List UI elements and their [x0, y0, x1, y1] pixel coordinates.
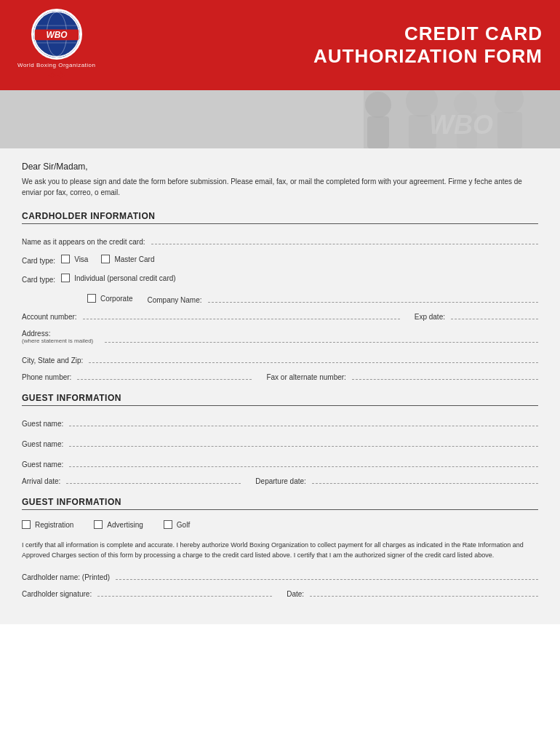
arrival-input[interactable]: [66, 483, 241, 484]
guest-section-title: GUEST INFORMATION: [22, 393, 538, 406]
guest2-input[interactable]: [69, 437, 538, 447]
guest3-label: Guest name:: [22, 461, 63, 469]
account-number-input[interactable]: [83, 319, 400, 319]
registration-checkbox[interactable]: [22, 520, 31, 529]
guest1-label: Guest name:: [22, 420, 63, 428]
guest-section: GUEST INFORMATION Guest name: Guest name…: [22, 393, 538, 485]
corporate-checkbox[interactable]: [87, 294, 96, 303]
certification-text: I certify that all information is comple…: [22, 541, 538, 560]
logo-area: WBO World Boxing Organization ✦✦: [17, 9, 96, 81]
logo-decoration: ✦✦: [48, 70, 65, 81]
cardholder-name-printed-row: Cardholder name: (Printed): [22, 573, 538, 581]
cardholder-name-printed-label: Cardholder name: (Printed): [22, 573, 110, 581]
account-number-label: Account number:: [22, 313, 77, 321]
arrival-departure-row: Arrival date: Departure date:: [22, 477, 538, 485]
charges-row: Registration Advertising Golf: [22, 520, 538, 529]
greeting-instruction: We ask you to please sign and date the f…: [22, 176, 538, 198]
cardholder-section: CARDHOLDER INFORMATION Name as it appear…: [22, 211, 538, 381]
date-input[interactable]: [310, 596, 538, 597]
address-label-block: Address: (where statement is mailed): [22, 330, 93, 344]
svg-text:WBO: WBO: [429, 110, 493, 140]
visa-checkbox[interactable]: [61, 255, 70, 263]
guest3-row: Guest name:: [22, 457, 538, 469]
card-type-individual-row: Card type: Individual (personal credit c…: [22, 274, 538, 284]
individual-checkbox-group: Individual (personal credit card): [61, 274, 176, 282]
individual-checkbox[interactable]: [61, 274, 70, 282]
city-state-zip-input[interactable]: [89, 353, 538, 363]
advertising-checkbox[interactable]: [94, 520, 103, 529]
address-input[interactable]: [105, 332, 538, 343]
exp-date-input[interactable]: [451, 319, 538, 319]
registration-checkbox-group: Registration: [22, 520, 73, 529]
name-row: Name as it appears on the credit card:: [22, 234, 538, 246]
guest1-row: Guest name:: [22, 416, 538, 428]
mastercard-checkbox-group: Master Card: [101, 255, 154, 263]
corporate-checkbox-group: Corporate: [87, 294, 132, 303]
card-type-label2: Card type:: [22, 276, 55, 284]
phone-label: Phone number:: [22, 373, 71, 381]
address-row: Address: (where statement is mailed): [22, 330, 538, 344]
visa-checkbox-group: Visa: [61, 255, 88, 263]
address-label: Address:: [22, 330, 93, 338]
cardholder-section-title: CARDHOLDER INFORMATION: [22, 211, 538, 224]
departure-input[interactable]: [312, 483, 538, 484]
card-type-label: Card type:: [22, 257, 55, 265]
svg-rect-9: [367, 116, 389, 148]
individual-label: Individual (personal credit card): [74, 274, 176, 282]
guest3-input[interactable]: [69, 457, 538, 467]
visa-label: Visa: [74, 255, 88, 263]
svg-text:WBO: WBO: [46, 30, 68, 40]
registration-label: Registration: [35, 521, 73, 529]
logo-subtitle-text: World Boxing Organization: [17, 62, 96, 68]
guest1-input[interactable]: [69, 416, 538, 426]
company-name-label: Company Name:: [147, 296, 201, 304]
svg-rect-17: [0, 90, 364, 148]
svg-point-8: [365, 92, 391, 118]
golf-label: Golf: [177, 521, 190, 529]
fax-label: Fax or alternate number:: [266, 373, 346, 381]
greeting-salutation: Dear Sir/Madam,: [22, 162, 538, 172]
charges-section: GUEST INFORMATION Registration Advertisi…: [22, 497, 538, 529]
arrival-label: Arrival date:: [22, 477, 60, 485]
fax-input[interactable]: [352, 379, 538, 380]
date-label: Date:: [287, 590, 304, 598]
departure-label: Departure date:: [255, 477, 306, 485]
background-image-area: WBO: [0, 90, 560, 148]
name-input-line[interactable]: [151, 234, 538, 244]
page-header: WBO World Boxing Organization ✦✦ CREDIT …: [0, 0, 560, 90]
address-sublabel: (where statement is mailed): [22, 338, 93, 344]
phone-input[interactable]: [77, 379, 252, 380]
phone-fax-row: Phone number: Fax or alternate number:: [22, 373, 538, 381]
mastercard-checkbox[interactable]: [101, 255, 110, 263]
title-line1: CREDIT CARD: [404, 23, 543, 44]
golf-checkbox-group: Golf: [164, 520, 190, 529]
city-state-zip-label: City, State and Zip:: [22, 356, 83, 364]
guest2-label: Guest name:: [22, 440, 63, 448]
company-name-input[interactable]: [208, 292, 539, 303]
city-state-zip-row: City, State and Zip:: [22, 353, 538, 364]
golf-checkbox[interactable]: [164, 520, 172, 529]
form-title: CREDIT CARD AUTHORIZATION FORM: [313, 23, 543, 68]
advertising-label: Advertising: [107, 521, 143, 529]
account-exp-row: Account number: Exp date:: [22, 313, 538, 321]
signature-label: Cardholder signature:: [22, 590, 92, 598]
guest2-row: Guest name:: [22, 437, 538, 448]
signature-input[interactable]: [97, 596, 272, 597]
charges-section-title: GUEST INFORMATION: [22, 497, 538, 510]
name-label: Name as it appears on the credit card:: [22, 238, 145, 246]
svg-rect-15: [497, 112, 522, 148]
corporate-label: Corporate: [100, 295, 132, 303]
signature-date-row: Cardholder signature: Date:: [22, 590, 538, 598]
mastercard-label: Master Card: [114, 255, 154, 263]
cardholder-name-printed-input[interactable]: [116, 579, 538, 580]
exp-date-label: Exp date:: [415, 313, 445, 321]
title-line2: AUTHORIZATION FORM: [313, 45, 543, 67]
form-content: Dear Sir/Madam, We ask you to please sig…: [0, 148, 560, 624]
corporate-row: Corporate Company Name:: [22, 292, 538, 304]
card-type-visa-row: Card type: Visa Master Card: [22, 255, 538, 265]
wbo-logo: WBO: [31, 9, 82, 60]
advertising-checkbox-group: Advertising: [94, 520, 143, 529]
